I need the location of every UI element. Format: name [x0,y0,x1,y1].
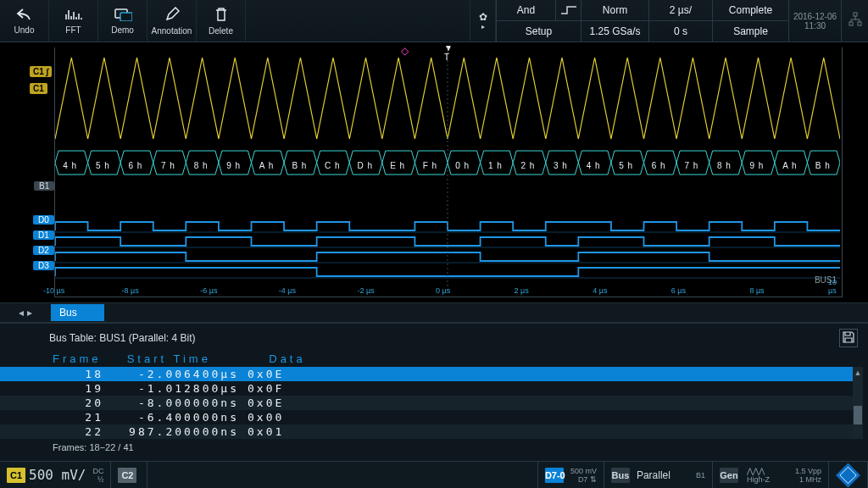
chevron-left-icon: ◂ [19,307,24,319]
gen-shape-icon: ⋀⋀⋀ [747,467,765,475]
chevron-right-icon: ▸ [27,307,32,319]
bottom-spacer [147,462,537,488]
diamond-logo-icon [836,461,860,489]
table-column-header: Frame Start Time Data [0,351,868,367]
trigger-edge-field[interactable] [555,0,581,21]
network-status[interactable] [841,0,868,42]
fft-button[interactable]: FFT [49,0,98,42]
panel-tab-row: ◂ ▸ Bus [0,302,868,323]
col-frame: Frame [53,352,120,365]
delete-button[interactable]: Delete [197,0,246,42]
svg-rect-2 [854,13,857,16]
channel-c1-label[interactable]: C1 [30,83,47,94]
d70-badge: D7-0 [545,468,564,483]
annotation-label: Annotation [152,26,192,36]
rising-edge-icon [560,5,577,15]
panel-scroll-arrows[interactable]: ◂ ▸ [0,307,51,319]
generator-config[interactable]: Gen ⋀⋀⋀ High-Z 1.5 Vpp 1 MHz [713,462,829,488]
waveform-display[interactable]: C1 ∫ C1 B1 D0 D1 D2 D3 ▼T ◇ 4 h5 h6 h7 h… [54,47,843,297]
bus-id: B1 [696,471,705,480]
table-status: Frames: 18−22 / 41 [0,439,868,456]
brand-logo [829,462,868,488]
digital-d0-label[interactable]: D0 [33,215,54,225]
offset-field[interactable]: 0 s [648,21,712,42]
bus-config[interactable]: Bus Parallel B1 [604,462,713,488]
sample-rate-field[interactable]: 1.25 GSa/s [581,21,648,42]
date-text: 2016-12-06 [793,12,837,21]
bus-identifier-label: BUS1 [815,275,837,285]
trash-icon [214,7,228,25]
channel-c1-config[interactable]: C1 500 mV/ DC ½ [0,462,111,488]
status-complete-field[interactable]: Complete [712,0,788,21]
fft-label: FFT [65,25,81,35]
waveform-svg [55,47,840,297]
demo-icon [114,8,132,24]
c2-badge: C2 [118,468,136,483]
scroll-up-icon: ▲ [854,367,862,377]
svg-rect-4 [858,22,861,25]
undo-icon [16,8,33,24]
network-icon [848,12,863,30]
table-body: 18-2.006400µs0x0E19-1.012800µs0x0F20-8.0… [0,367,853,439]
bus-table-panel: Bus Table: BUS1 (Parallel: 4 Bit) Frame … [0,323,868,461]
channel-c2-config[interactable]: C2 [111,462,147,488]
bus-badge: Bus [611,468,630,483]
bottom-bar: C1 500 mV/ DC ½ C2 D7-0 500 mV D7 ⇅ Bus … [0,461,868,488]
gen-frequency: 1 MHz [799,475,821,484]
scroll-thumb[interactable] [854,406,862,424]
save-button[interactable] [839,329,858,347]
table-row[interactable]: 20-8.000000ns0x0E [0,396,853,410]
table-row[interactable]: 18-2.006400µs0x0E [0,367,853,381]
bus-tab[interactable]: Bus [51,304,104,321]
bus-protocol: Parallel [637,469,670,481]
datetime-display: 2016-12-06 11:30 [788,0,841,42]
bus-table-title: Bus Table: BUS1 (Parallel: 4 Bit) [49,332,196,344]
col-data: Data [269,352,305,365]
gen-badge: Gen [720,468,738,483]
demo-button[interactable]: Demo [98,0,147,42]
digital-d3-label[interactable]: D3 [33,261,54,270]
col-start: Start Time [127,352,263,365]
delete-label: Delete [209,26,233,36]
c1-badge: C1 [7,468,25,483]
floppy-icon [843,331,854,346]
digital-config[interactable]: D7-0 500 mV D7 ⇅ [538,462,604,488]
toolbar-spacer [246,0,470,42]
d-offset: D7 [578,475,588,484]
table-row[interactable]: 19-1.012800µs0x0F [0,381,853,396]
gen-amplitude: 1.5 Vpp [795,467,821,475]
setup-field[interactable]: Setup [496,21,581,42]
c1-mode: ½ [97,475,104,484]
svg-rect-1 [120,13,132,21]
undo-label: Undo [14,25,35,35]
time-text: 11:30 [804,21,826,30]
c1-coupling: DC [92,467,103,475]
digital-d2-label[interactable]: D2 [33,246,54,255]
svg-rect-3 [849,22,853,25]
acquisition-info: AndNorm2 µs/CompleteSetup1.25 GSa/s0 sSa… [496,0,788,42]
trigger-norm-field[interactable]: Norm [581,0,648,21]
annotation-button[interactable]: Annotation [147,0,197,42]
undo-button[interactable]: Undo [0,0,49,42]
demo-label: Demo [111,25,134,35]
settings-button[interactable]: ✿▸ [470,0,496,42]
channel-c1-math-label[interactable]: C1 ∫ [30,66,52,77]
pencil-icon [164,7,180,25]
table-row[interactable]: 22987.200000ns0x01 [0,424,853,439]
table-row[interactable]: 21-6.400000ns0x00 [0,410,853,424]
table-scrollbar[interactable]: ▲ [853,367,863,439]
trigger-mode-field[interactable]: And [496,0,555,21]
gear-icon: ✿▸ [479,11,487,30]
toolbar-buttons: Undo FFT Demo Annotation Delete [0,0,246,42]
fft-icon [64,8,83,24]
bus-b1-label[interactable]: B1 [34,181,54,191]
sample-mode-field[interactable]: Sample [712,21,788,42]
gen-impedance: High-Z [747,475,770,484]
d-scale: 500 mV [570,467,597,475]
top-toolbar: Undo FFT Demo Annotation Delete ✿▸ AndNo… [0,0,868,42]
c1-scale: 500 mV/ [29,467,86,483]
timebase-field[interactable]: 2 µs/ [648,0,712,21]
digital-d1-label[interactable]: D1 [33,230,54,240]
